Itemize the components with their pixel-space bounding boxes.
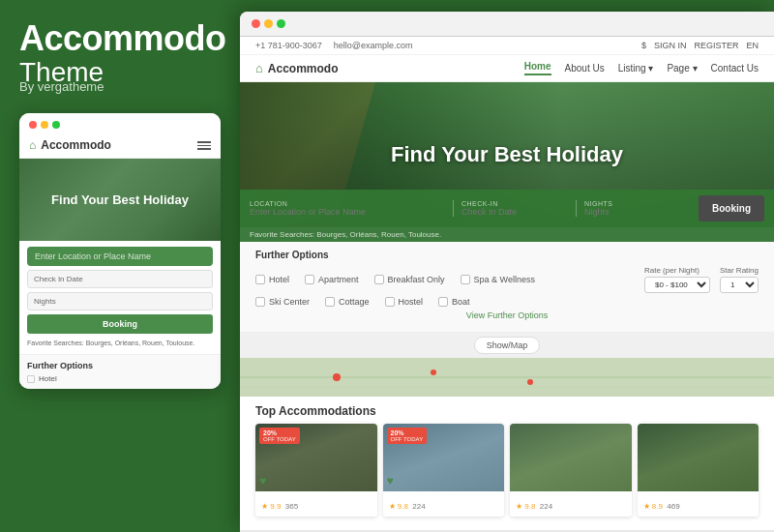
further-checkboxes: Hotel Apartment Breakfast Only Spa & Wel… [255,266,759,293]
browser-dots [252,19,285,28]
skicenter-checkbox[interactable] [255,297,265,307]
nav-link-listing[interactable]: Listing ▾ [618,63,654,74]
nav-link-contact[interactable]: Contact Us [711,63,759,74]
brand-title: Accommodo Theme By vergatheme [19,19,221,94]
mobile-book-button[interactable]: Booking [27,314,213,334]
mobile-top-bar [19,113,221,133]
browser-dot-yellow [264,19,273,28]
top-title: Top Accommodations [255,404,759,418]
card-4-image [638,424,759,491]
site-logo: ⌂ Accommodo [255,61,339,75]
svg-point-3 [333,373,341,381]
card-1-fav-icon[interactable]: ♥ [259,474,266,488]
site-hero: Find Your Best Holiday LOCATION CHECK-IN… [240,82,774,227]
cottage-checkbox[interactable] [325,297,335,307]
mobile-hotel-checkbox[interactable] [27,375,35,383]
card-4-stars: ★ 8.9 [643,502,663,511]
skicenter-label: Ski Center [269,297,310,307]
card-1-image: 20%OFF TODAY ♥ [255,424,377,491]
topbar-lang[interactable]: EN [746,41,759,50]
topbar-left: +1 781-900-3067 hello@example.com [255,41,413,50]
mobile-mockup: ⌂ Accommodo Find Your Best Holiday Enter… [19,113,221,389]
checkin-input[interactable] [461,207,570,217]
topbar-signin[interactable]: SIGN IN [654,41,687,50]
card-2-stars: ★ 9.8 [389,502,408,511]
checkbox-hotel: Hotel [255,275,289,284]
topbar-phone: +1 781-900-3067 [255,41,322,50]
browser-dot-red [252,19,260,28]
mobile-checkin-input[interactable]: Check In Date [27,270,213,288]
topbar-currency[interactable]: $ [641,41,646,50]
checkbox-cottage: Cottage [325,297,370,307]
card-2-badge-sub: OFF TODAY [391,436,424,442]
card-2-info: ★ 9.8 224 [383,491,505,517]
card-2-image: 20%OFF TODAY ♥ [383,424,505,491]
cards-row: 20%OFF TODAY ♥ ★ 9.9 365 [255,424,759,517]
spa-label: Spa & Wellness [474,275,535,284]
accommodation-card-3: ★ 9.8 224 [510,424,632,517]
mobile-window-dots [29,121,60,129]
nights-field: NIGHTS [576,200,693,217]
breakfast-label: Breakfast Only [388,275,445,284]
mobile-nights-input[interactable]: Nights [27,292,213,310]
accommodation-card-4: ★ 8.9 469 [638,424,759,517]
card-3-reviews: 224 [540,502,552,511]
mobile-location-input[interactable]: Enter Location or Place Name [27,247,213,266]
mobile-hero: Find Your Best Holiday [19,159,221,241]
further-right: Rate (per Night) $0 - $100 Star Rating 1 [644,266,759,293]
checkbox-skicenter: Ski Center [255,297,310,307]
view-further-link[interactable]: View Further Options [255,307,759,324]
hotel-checkbox[interactable] [255,275,265,284]
card-3-image [510,424,632,491]
map-area [240,358,774,397]
brand-name: Accommodo [19,19,221,58]
card-1-info: ★ 9.9 365 [255,491,377,517]
mobile-hamburger-icon[interactable] [197,141,211,150]
card-1-badge: 20%OFF TODAY [259,428,300,444]
show-map-button[interactable]: Show/Map [474,337,541,354]
star-select[interactable]: 1 [720,277,759,293]
nav-link-home[interactable]: Home [524,61,551,75]
boat-checkbox[interactable] [438,297,448,307]
hostel-checkbox[interactable] [385,297,395,307]
site-logo-icon: ⌂ [255,61,263,75]
rate-select[interactable]: $0 - $100 [644,277,710,293]
site-nav: ⌂ Accommodo Home About Us Listing ▾ Page… [240,55,774,82]
svg-point-5 [527,379,533,385]
nav-link-page[interactable]: Page ▾ [667,63,697,74]
breakfast-checkbox[interactable] [374,275,384,284]
topbar-email: hello@example.com [334,41,413,50]
site-search-bar: LOCATION CHECK-IN NIGHTS Booking [240,190,774,227]
card-2-reviews: 224 [412,502,425,511]
location-input[interactable] [250,207,447,217]
browser-dot-green [277,19,285,28]
accommodation-card-2: 20%OFF TODAY ♥ ★ 9.8 224 [383,424,505,517]
card-2-fav-icon[interactable]: ♥ [387,474,394,488]
card-4-rating: ★ 8.9 469 [643,495,680,513]
nights-input[interactable] [584,207,693,217]
topbar-register[interactable]: REGISTER [694,41,738,50]
nights-label: NIGHTS [584,200,693,207]
checkbox-boat: Boat [438,297,470,307]
spa-checkbox[interactable] [461,275,470,284]
hostel-label: Hostel [399,297,424,307]
card-1-reviews: 365 [285,502,298,511]
card-3-rating: ★ 9.8 224 [516,495,552,513]
site-nav-links: Home About Us Listing ▾ Page ▾ Contact U… [524,61,759,75]
mobile-logo-icon: ⌂ [29,138,36,152]
mobile-hero-text: Find Your Best Holiday [51,192,189,207]
card-4-reviews: 469 [667,502,679,511]
left-panel: Accommodo Theme By vergatheme ⌂ Accommod… [0,0,240,532]
topbar-right: $ SIGN IN REGISTER EN [641,41,759,50]
nav-link-about[interactable]: About Us [565,63,605,74]
top-accommodations: Top Accommodations 20%OFF TODAY ♥ ★ 9.9 … [240,397,774,520]
star-label: Star Rating [720,266,759,275]
checkbox-spa: Spa & Wellness [461,275,535,284]
book-button[interactable]: Booking [699,195,764,222]
apartment-checkbox[interactable] [305,275,314,284]
card-1-badge-sub: OFF TODAY [263,436,296,442]
fav-tags: Favorite Searches: Bourges, Orléans, Rou… [240,227,774,242]
brand-author: By vergatheme [19,79,221,94]
rate-label: Rate (per Night) [644,266,710,275]
accommodation-card-1: 20%OFF TODAY ♥ ★ 9.9 365 [255,424,377,517]
